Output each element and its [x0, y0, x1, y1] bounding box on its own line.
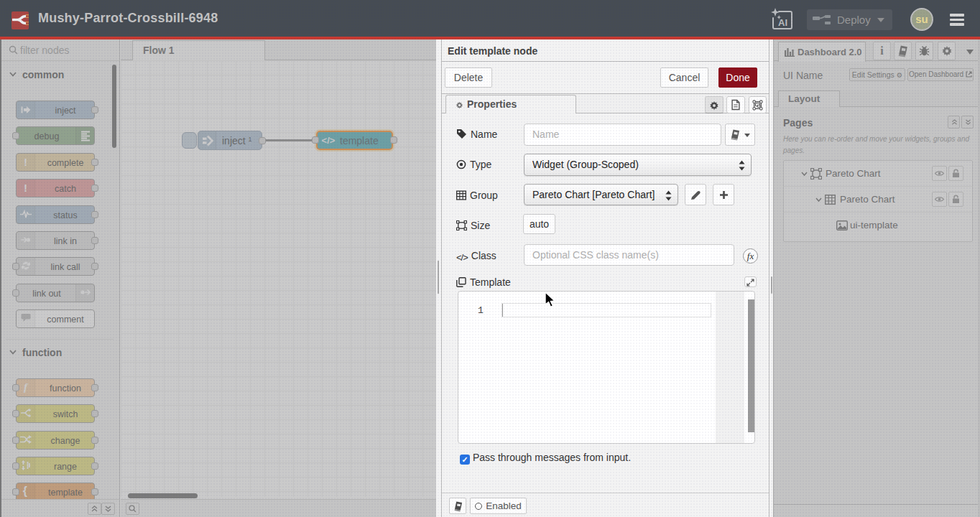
svg-text:AI: AI — [778, 17, 787, 28]
